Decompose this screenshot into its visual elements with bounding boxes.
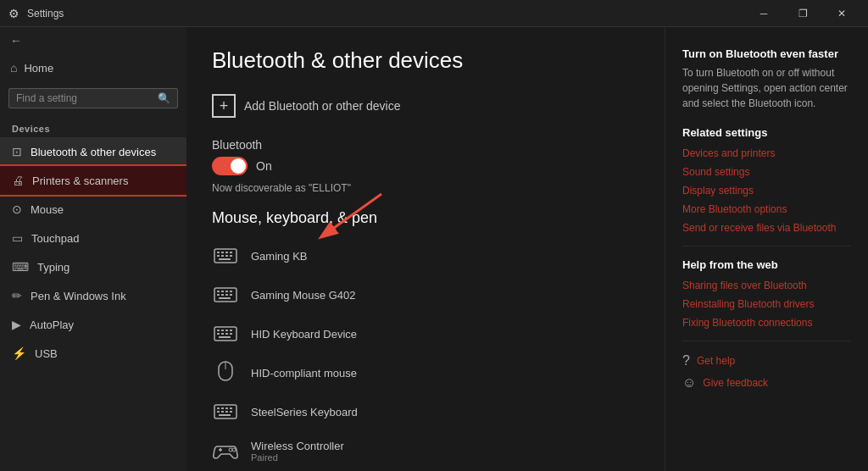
sidebar-item-typing[interactable]: ⌨ Typing <box>0 252 186 281</box>
sidebar-item-bluetooth[interactable]: ⊡ Bluetooth & other devices <box>0 137 186 166</box>
svg-rect-10 <box>230 255 232 257</box>
sidebar-item-touchpad-label: Touchpad <box>31 232 79 245</box>
minimize-button[interactable]: ─ <box>744 0 783 27</box>
svg-rect-25 <box>225 330 228 331</box>
device-steelseries-kb[interactable]: SteelSeries Keyboard <box>212 393 639 430</box>
related-title: Related settings <box>682 126 851 139</box>
plus-icon: + <box>212 94 236 118</box>
mouse-device-list: Gaming KB <box>212 237 639 469</box>
svg-rect-13 <box>217 291 220 292</box>
svg-rect-29 <box>225 333 228 335</box>
svg-rect-14 <box>221 291 224 292</box>
content-area: Bluetooth & other devices + Add Bluetoot… <box>186 27 665 471</box>
home-icon: ⌂ <box>10 61 17 75</box>
bluetooth-toggle-label: On <box>256 159 272 173</box>
feedback-link[interactable]: Give feedback <box>703 377 768 389</box>
wireless-controller-sub: Paired <box>251 452 344 463</box>
add-device-button[interactable]: + Add Bluetooth or other device <box>212 91 639 121</box>
search-box[interactable]: 🔍 <box>8 88 178 108</box>
keyboard4-icon <box>212 400 239 424</box>
faster-title: Turn on Bluetooth even faster <box>682 47 851 60</box>
svg-rect-41 <box>225 411 228 413</box>
device-gaming-mouse[interactable]: Gaming Mouse G402 <box>212 276 639 313</box>
hid-keyboard-name: HID Keyboard Device <box>251 328 357 341</box>
sidebar-item-pen[interactable]: ✏ Pen & Windows Ink <box>0 281 186 310</box>
sidebar-item-autoplay-label: AutoPlay <box>30 319 74 331</box>
svg-rect-28 <box>221 333 224 335</box>
device-hid-mouse[interactable]: HID-compliant mouse <box>212 354 639 391</box>
get-help-link[interactable]: Get help <box>697 355 735 367</box>
sidebar-item-pen-label: Pen & Windows Ink <box>31 290 126 302</box>
svg-rect-35 <box>217 407 220 409</box>
steelseries-kb-name: SteelSeries Keyboard <box>251 406 358 418</box>
sidebar-item-usb[interactable]: ⚡ USB <box>0 339 186 368</box>
back-icon: ← <box>10 34 22 47</box>
svg-point-45 <box>232 448 236 452</box>
divider2 <box>682 341 851 341</box>
link-devices-printers[interactable]: Devices and printers <box>682 147 851 159</box>
gaming-kb-name: Gaming KB <box>251 250 307 263</box>
hid-keyboard-info: HID Keyboard Device <box>251 328 357 341</box>
steelseries-kb-info: SteelSeries Keyboard <box>251 406 358 418</box>
gamepad-icon <box>212 439 239 463</box>
sidebar-item-printers[interactable]: 🖨 Printers & scanners <box>0 166 186 195</box>
sidebar: ← ⌂ Home 🔍 Devices ⊡ Bluetooth & other d… <box>0 27 186 471</box>
svg-rect-5 <box>225 252 228 253</box>
svg-rect-16 <box>230 291 232 292</box>
page-title: Bluetooth & other devices <box>212 47 639 74</box>
faster-text: To turn Bluetooth on or off without open… <box>682 65 851 111</box>
titlebar-title: Settings <box>27 8 744 19</box>
bluetooth-section-title: Bluetooth <box>212 138 639 152</box>
mouse2-icon <box>212 361 239 385</box>
sidebar-item-usb-label: USB <box>35 347 58 360</box>
sidebar-item-mouse[interactable]: ⊙ Mouse <box>0 195 186 224</box>
add-device-label: Add Bluetooth or other device <box>244 99 400 113</box>
close-button[interactable]: ✕ <box>822 0 861 27</box>
svg-rect-31 <box>219 336 231 338</box>
help-title: Help from the web <box>682 258 851 271</box>
window-controls: ─ ❐ ✕ <box>744 0 861 27</box>
link-display-settings[interactable]: Display settings <box>682 185 851 197</box>
titlebar: ⚙ Settings ─ ❐ ✕ <box>0 0 868 27</box>
gaming-mouse-name: Gaming Mouse G402 <box>251 289 356 302</box>
printers-icon: 🖨 <box>12 174 24 187</box>
svg-rect-8 <box>221 255 224 257</box>
bluetooth-toggle[interactable] <box>212 157 248 175</box>
bluetooth-icon: ⊡ <box>12 145 22 158</box>
mouse-icon: ⊙ <box>12 202 22 216</box>
link-sound-settings[interactable]: Sound settings <box>682 166 851 178</box>
svg-rect-24 <box>221 330 224 331</box>
link-send-files[interactable]: Send or receive files via Bluetooth <box>682 222 851 234</box>
link-bluetooth-options[interactable]: More Bluetooth options <box>682 203 851 215</box>
link-sharing-files[interactable]: Sharing files over Bluetooth <box>682 280 851 291</box>
svg-rect-9 <box>225 255 228 257</box>
main-layout: ← ⌂ Home 🔍 Devices ⊡ Bluetooth & other d… <box>0 27 868 471</box>
svg-rect-11 <box>219 258 231 260</box>
sidebar-item-autoplay[interactable]: ▶ AutoPlay <box>0 310 186 339</box>
restore-button[interactable]: ❐ <box>783 0 822 27</box>
link-reinstalling-drivers[interactable]: Reinstalling Bluetooth drivers <box>682 298 851 310</box>
device-gaming-kb[interactable]: Gaming KB <box>212 237 639 274</box>
feedback-item[interactable]: ☺ Give feedback <box>682 375 851 391</box>
nav-home-button[interactable]: ⌂ Home <box>0 54 186 81</box>
wireless-controller-name: Wireless Controller <box>251 440 344 452</box>
svg-rect-23 <box>217 330 220 331</box>
svg-rect-30 <box>230 333 232 335</box>
typing-icon: ⌨ <box>12 260 29 274</box>
keyboard3-icon <box>212 322 239 346</box>
settings-icon: ⚙ <box>7 7 20 20</box>
search-input[interactable] <box>16 92 158 104</box>
device-hid-keyboard[interactable]: HID Keyboard Device <box>212 315 639 352</box>
touchpad-icon: ▭ <box>12 231 23 245</box>
link-fixing-connections[interactable]: Fixing Bluetooth connections <box>682 317 851 329</box>
svg-rect-38 <box>230 407 232 409</box>
svg-rect-39 <box>217 411 220 413</box>
svg-rect-40 <box>221 411 224 413</box>
sidebar-item-bluetooth-label: Bluetooth & other devices <box>31 146 156 158</box>
sidebar-item-touchpad[interactable]: ▭ Touchpad <box>0 224 186 252</box>
device-wireless-controller[interactable]: Wireless Controller Paired <box>212 432 639 469</box>
get-help-item[interactable]: ? Get help <box>682 353 851 368</box>
nav-back-button[interactable]: ← <box>0 27 186 54</box>
divider <box>682 246 851 247</box>
sidebar-item-mouse-label: Mouse <box>31 203 64 216</box>
